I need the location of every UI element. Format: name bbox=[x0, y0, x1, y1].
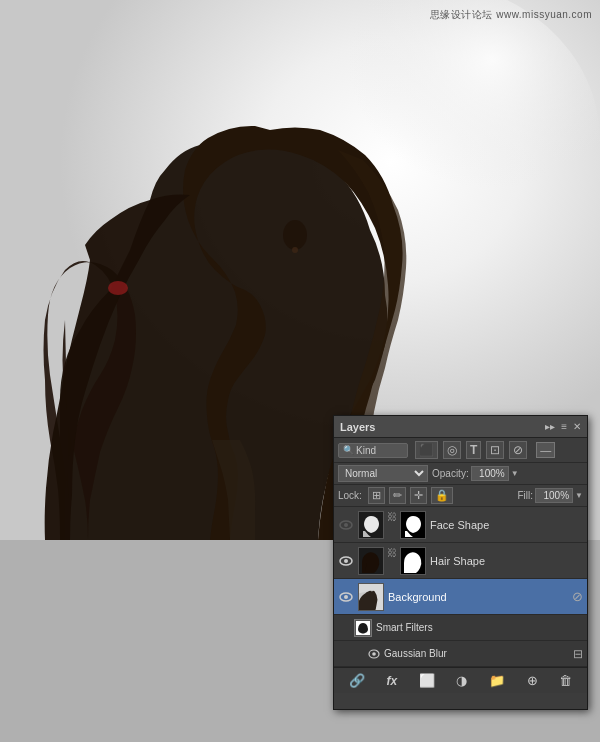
search-icon: 🔍 bbox=[343, 445, 354, 455]
blend-opacity-row: Normal Opacity: 100% ▼ bbox=[334, 463, 587, 485]
smart-filters-label: Smart Filters bbox=[376, 622, 433, 633]
panel-close-icon[interactable]: ✕ bbox=[573, 421, 581, 432]
filter-icons: ⬛ ◎ T ⊡ ⊘ — bbox=[415, 441, 555, 459]
smart-filters-row[interactable]: Smart Filters bbox=[334, 615, 587, 641]
panel-toolbar: 🔗 fx ⬜ ◑ 📁 ⊕ 🗑 bbox=[334, 667, 587, 693]
svg-point-4 bbox=[292, 247, 298, 253]
lock-checkered-icon[interactable]: ⊞ bbox=[368, 487, 385, 504]
pixel-filter-icon[interactable]: ⬛ bbox=[415, 441, 438, 459]
lock-all-icon[interactable]: 🔒 bbox=[431, 487, 453, 504]
lock-brush-icon[interactable]: ✏ bbox=[389, 487, 406, 504]
fill-value[interactable]: 100% bbox=[535, 488, 573, 503]
filter-kind-label: Kind bbox=[356, 445, 376, 456]
background-smart-icon: ⊘ bbox=[572, 589, 583, 604]
hair-shape-mask-thumb bbox=[400, 547, 426, 575]
face-chain-icon: ⛓ bbox=[387, 511, 397, 539]
mask-button[interactable]: ⬜ bbox=[415, 671, 439, 690]
lock-row: Lock: ⊞ ✏ ✛ 🔒 Fill: 100% ▼ bbox=[334, 485, 587, 507]
panel-title-icons: ▸▸ ≡ ✕ bbox=[545, 421, 581, 432]
opacity-label: Opacity: bbox=[432, 468, 469, 479]
layer-visibility-face[interactable] bbox=[338, 517, 354, 533]
panel-title: Layers bbox=[340, 421, 375, 433]
gaussian-blur-label: Gaussian Blur bbox=[384, 648, 447, 659]
face-shape-thumbs: ⛓ bbox=[358, 511, 426, 539]
svg-point-10 bbox=[344, 595, 348, 599]
layer-row-face-shape[interactable]: ⛓ Face Shape bbox=[334, 507, 587, 543]
gaussian-blur-row[interactable]: Gaussian Blur ⊟ bbox=[334, 641, 587, 667]
new-layer-button[interactable]: ⊕ bbox=[523, 671, 542, 690]
adjust-filter-icon[interactable]: ⊘ bbox=[509, 441, 527, 459]
svg-point-8 bbox=[344, 559, 348, 563]
face-shape-name: Face Shape bbox=[430, 519, 583, 531]
face-shape-thumb1 bbox=[358, 511, 384, 539]
smart-filter-icon[interactable]: ⊡ bbox=[486, 441, 504, 459]
fill-label: Fill: bbox=[518, 490, 534, 501]
svg-point-6 bbox=[344, 523, 348, 527]
layer-visibility-bg[interactable] bbox=[338, 589, 354, 605]
layer-visibility-hair[interactable] bbox=[338, 553, 354, 569]
adjustment-button[interactable]: ◑ bbox=[452, 671, 471, 690]
lock-label: Lock: bbox=[338, 490, 362, 501]
svg-point-3 bbox=[283, 220, 307, 250]
gaussian-extra-icon[interactable]: ⊟ bbox=[573, 647, 583, 661]
hair-shape-thumbs: ⛓ bbox=[358, 547, 426, 575]
filter-row: 🔍 Kind ⬛ ◎ T ⊡ ⊘ — bbox=[334, 438, 587, 463]
face-shape-mask-thumb bbox=[400, 511, 426, 539]
hair-shape-name: Hair Shape bbox=[430, 555, 583, 567]
eye-icon-gaussian[interactable] bbox=[368, 648, 380, 660]
opacity-control: Opacity: 100% ▼ bbox=[432, 466, 583, 481]
lock-move-icon[interactable]: ✛ bbox=[410, 487, 427, 504]
group-button[interactable]: 📁 bbox=[485, 671, 509, 690]
svg-point-2 bbox=[108, 281, 128, 295]
opacity-arrow[interactable]: ▼ bbox=[511, 469, 519, 478]
lock-icons: ⊞ ✏ ✛ 🔒 bbox=[368, 487, 453, 504]
panel-titlebar: Layers ▸▸ ≡ ✕ bbox=[334, 416, 587, 438]
svg-point-14 bbox=[372, 652, 376, 656]
background-name: Background bbox=[388, 591, 572, 603]
watermark: 思缘设计论坛 www.missyuan.com bbox=[430, 8, 592, 22]
link-layers-button[interactable]: 🔗 bbox=[345, 671, 369, 690]
panel-collapse-icon[interactable]: ▸▸ bbox=[545, 421, 555, 432]
hair-chain-icon: ⛓ bbox=[387, 547, 397, 575]
fill-arrow[interactable]: ▼ bbox=[575, 491, 583, 500]
filter-search[interactable]: 🔍 Kind bbox=[338, 443, 408, 458]
smart-filter-mask bbox=[354, 619, 372, 637]
blend-mode-select[interactable]: Normal bbox=[338, 465, 428, 482]
background-thumb bbox=[358, 583, 384, 611]
delete-layer-button[interactable]: 🗑 bbox=[555, 671, 576, 690]
opacity-value[interactable]: 100% bbox=[471, 466, 509, 481]
hair-shape-thumb1 bbox=[358, 547, 384, 575]
layer-row-hair-shape[interactable]: ⛓ Hair Shape bbox=[334, 543, 587, 579]
panel-menu-icon[interactable]: ≡ bbox=[561, 421, 567, 432]
layer-row-background[interactable]: Background ⊘ bbox=[334, 579, 587, 615]
fill-control: Fill: 100% ▼ bbox=[518, 488, 583, 503]
background-thumbs bbox=[358, 583, 384, 611]
type-filter-icon[interactable]: T bbox=[466, 441, 481, 459]
mask-filter-icon[interactable]: ◎ bbox=[443, 441, 461, 459]
filter-toggle[interactable]: — bbox=[536, 442, 555, 458]
fx-button[interactable]: fx bbox=[382, 672, 401, 690]
layers-panel: Layers ▸▸ ≡ ✕ 🔍 Kind ⬛ ◎ T ⊡ ⊘ — Normal … bbox=[333, 415, 588, 710]
